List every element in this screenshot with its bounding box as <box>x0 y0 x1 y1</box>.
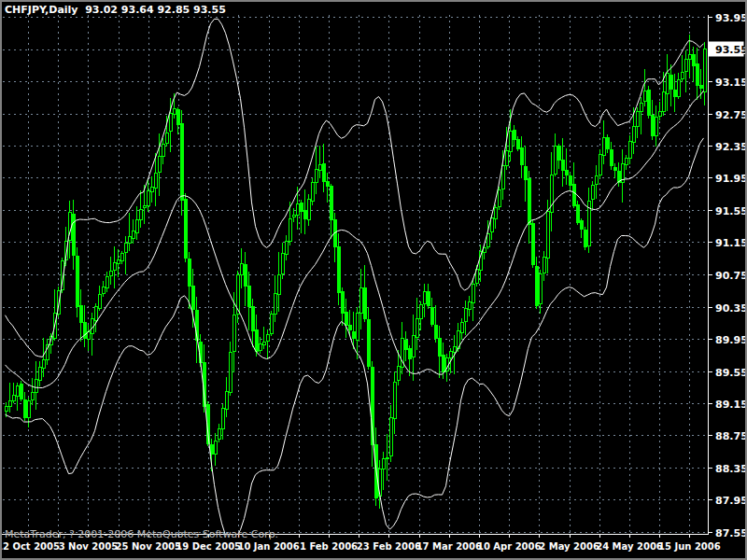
bull-candle-body <box>423 292 426 304</box>
bear-candle-body <box>569 175 571 185</box>
bear-candle-body <box>580 221 583 230</box>
bull-candle-body <box>315 169 317 182</box>
price-tick-label: 87.55 <box>715 527 745 539</box>
date-tick-label: 3 Nov 2005 <box>59 541 119 552</box>
bull-candle-body <box>113 263 116 271</box>
bull-candle-body <box>554 147 557 175</box>
bear-candle-body <box>531 224 534 265</box>
bear-candle-body <box>442 355 444 371</box>
bear-candle-body <box>606 138 609 149</box>
bull-candle-body <box>165 133 168 144</box>
bear-candle-body <box>557 146 560 160</box>
bull-candle-body <box>602 137 605 155</box>
bull-candle-body <box>169 114 172 132</box>
price-tag-value: 93.55 <box>715 44 745 56</box>
bull-candle-body <box>35 379 37 393</box>
bull-candle-body <box>546 211 549 258</box>
bull-candle-body <box>102 287 105 293</box>
bear-candle-body <box>330 186 332 219</box>
bull-candle-body <box>233 315 235 351</box>
bull-candle-body <box>703 49 706 92</box>
bull-candle-body <box>154 174 157 189</box>
bull-candle-body <box>662 92 665 111</box>
bull-candle-body <box>625 159 627 165</box>
bear-candle-body <box>651 115 654 136</box>
bear-candle-body <box>345 312 347 325</box>
bear-candle-body <box>363 287 366 318</box>
bull-candle-body <box>158 157 161 173</box>
bull-candle-body <box>16 385 19 396</box>
bull-candle-body <box>460 322 463 332</box>
bull-candle-body <box>106 277 108 288</box>
price-tick-label: 87.95 <box>715 495 745 507</box>
bull-candle-body <box>42 359 45 368</box>
bear-candle-body <box>430 307 433 324</box>
candles-layer <box>5 35 706 509</box>
bull-candle-body <box>464 308 467 321</box>
bear-candle-body <box>79 305 82 322</box>
bull-candle-body <box>636 111 639 126</box>
bull-candle-body <box>214 441 217 454</box>
bear-candle-body <box>565 171 568 175</box>
bull-candle-body <box>658 112 661 117</box>
bear-candle-body <box>341 291 344 313</box>
bear-candle-body <box>337 247 340 292</box>
bear-candle-body <box>322 163 325 181</box>
date-tick-label: 10 Jan 2006 <box>237 541 299 552</box>
bear-candle-body <box>326 181 329 187</box>
bear-candle-body <box>191 287 194 310</box>
bull-candle-body <box>31 393 34 400</box>
date-tick-label: 12 Oct 2005 <box>2 541 60 552</box>
bull-candle-body <box>296 203 299 216</box>
bear-candle-body <box>176 110 179 125</box>
bear-candle-body <box>408 348 411 358</box>
bear-candle-body <box>699 86 702 89</box>
bear-candle-body <box>251 307 254 331</box>
bull-candle-body <box>666 74 669 93</box>
bear-candle-body <box>673 91 676 97</box>
bull-candle-body <box>139 209 142 220</box>
bull-candle-body <box>262 342 265 344</box>
bull-candle-body <box>386 457 388 459</box>
bull-candle-body <box>498 189 500 206</box>
price-scale[interactable]: 93.9593.5593.1592.7592.3591.9591.5591.15… <box>708 12 745 539</box>
metaquotes-watermark: MetaTrader, ? 2001-2006 MetaQuotes Softw… <box>5 528 278 540</box>
bull-candle-body <box>266 335 269 342</box>
bear-candle-body <box>669 75 672 90</box>
bull-candle-body <box>307 200 310 220</box>
bear-candle-body <box>561 161 564 170</box>
bear-candle-body <box>513 131 515 140</box>
bull-candle-body <box>225 391 228 410</box>
bull-candle-body <box>591 186 594 200</box>
bollinger-middle-line <box>6 91 704 387</box>
bear-candle-body <box>23 400 26 418</box>
bear-candle-body <box>647 91 650 116</box>
date-tick-label: 2 May 2006 <box>539 541 599 552</box>
bull-candle-body <box>91 319 93 334</box>
bull-candle-body <box>281 254 284 273</box>
bull-candle-body <box>640 103 642 111</box>
bull-candle-body <box>128 236 131 243</box>
bull-candle-body <box>277 275 280 295</box>
bull-candle-body <box>628 142 631 159</box>
bull-candle-body <box>595 176 598 185</box>
chart-canvas[interactable]: 93.9593.5593.1592.7592.3591.9591.5591.15… <box>2 2 745 558</box>
bear-candle-body <box>617 172 620 182</box>
bull-candle-body <box>274 294 276 315</box>
bull-candle-body <box>150 187 153 192</box>
bear-candle-body <box>180 123 183 200</box>
bear-candle-body <box>184 199 187 258</box>
bull-candle-body <box>8 400 11 406</box>
date-tick-label: 1 Feb 2006 <box>300 541 358 552</box>
bull-candle-body <box>688 55 691 60</box>
bull-candle-body <box>38 367 41 380</box>
bear-candle-body <box>348 326 351 330</box>
bull-candle-body <box>162 144 164 156</box>
bull-candle-body <box>289 218 291 242</box>
bear-candle-body <box>434 325 437 338</box>
bull-candle-body <box>147 191 149 206</box>
bear-candle-body <box>613 167 616 170</box>
bull-candle-body <box>135 220 138 232</box>
bear-candle-body <box>20 385 22 399</box>
bull-candle-body <box>681 72 684 78</box>
